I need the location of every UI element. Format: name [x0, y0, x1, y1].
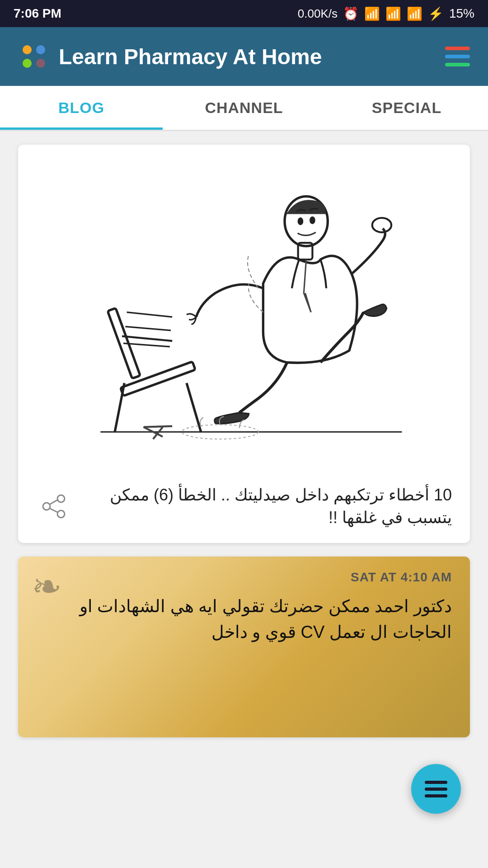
- content-area: 10 أخطاء ترتكبهم داخل صيدليتك .. الخطأ (…: [0, 131, 488, 751]
- svg-point-1: [36, 45, 45, 54]
- app-header: Learn Pharmacy At Home: [0, 27, 488, 86]
- svg-point-14: [298, 217, 304, 225]
- battery-icon: ⚡: [428, 6, 444, 21]
- share-button-1[interactable]: [36, 488, 72, 524]
- signal-icon-2: 📶: [407, 6, 422, 21]
- card-2-image: ❧ SAT AT 4:10 AM دكتور احمد ممكن حضرتك ت…: [18, 557, 470, 737]
- svg-point-22: [57, 495, 65, 502]
- card-1-footer: 10 أخطاء ترتكبهم داخل صيدليتك .. الخطأ (…: [18, 470, 470, 543]
- tab-special-label: SPECIAL: [372, 99, 441, 117]
- svg-point-0: [23, 45, 32, 54]
- card-1-image: [18, 145, 470, 470]
- tab-channel[interactable]: CHANNEL: [163, 86, 325, 130]
- hamburger-menu-button[interactable]: [445, 47, 470, 66]
- hamburger-line-1: [445, 47, 470, 50]
- fab-line-1: [425, 781, 447, 784]
- status-bar: 7:06 PM 0.00K/s ⏰ 📶 📶 📶 ⚡ 15%: [0, 0, 488, 27]
- hamburger-line-3: [445, 63, 470, 66]
- svg-line-9: [122, 336, 172, 341]
- svg-line-25: [50, 500, 57, 504]
- card-2-decoration: ❧: [32, 566, 62, 608]
- app-logo-icon: [18, 41, 50, 72]
- battery-level: 15%: [449, 6, 474, 21]
- status-icons: 0.00K/s ⏰ 📶 📶 📶 ⚡ 15%: [298, 6, 474, 21]
- fab-line-2: [425, 788, 447, 791]
- hamburger-line-2: [445, 55, 470, 58]
- speed-indicator: 0.00K/s: [298, 7, 338, 21]
- svg-point-24: [43, 503, 50, 510]
- svg-rect-5: [121, 362, 196, 396]
- fab-menu-button[interactable]: [411, 764, 461, 814]
- svg-point-2: [23, 59, 32, 68]
- tab-blog[interactable]: BLOG: [0, 86, 163, 130]
- svg-line-11: [125, 326, 171, 330]
- svg-point-23: [57, 510, 65, 518]
- header-left: Learn Pharmacy At Home: [18, 41, 322, 72]
- card-2-timestamp: SAT AT 4:10 AM: [351, 570, 452, 585]
- svg-line-10: [127, 312, 173, 317]
- card-2-text: دكتور احمد ممكن حضرتك تقولي ايه هي الشها…: [36, 594, 452, 645]
- status-time: 7:06 PM: [14, 6, 61, 21]
- tab-special[interactable]: SPECIAL: [325, 86, 488, 130]
- fab-line-3: [425, 794, 447, 797]
- tab-bar: BLOG CHANNEL SPECIAL: [0, 86, 488, 131]
- wifi-icon: 📶: [364, 6, 380, 21]
- svg-point-17: [372, 218, 391, 232]
- svg-point-3: [36, 59, 45, 68]
- app-title: Learn Pharmacy At Home: [59, 44, 322, 69]
- svg-line-8: [187, 383, 201, 432]
- tab-channel-label: CHANNEL: [205, 99, 283, 117]
- svg-point-15: [310, 217, 315, 224]
- blog-card-2: ❧ SAT AT 4:10 AM دكتور احمد ممكن حضرتك ت…: [18, 557, 470, 737]
- svg-line-7: [115, 383, 124, 432]
- tab-blog-label: BLOG: [58, 99, 104, 117]
- signal-icon: 📶: [385, 6, 401, 21]
- svg-line-26: [50, 509, 57, 512]
- blog-card-1: 10 أخطاء ترتكبهم داخل صيدليتك .. الخطأ (…: [18, 145, 470, 543]
- card-1-title: 10 أخطاء ترتكبهم داخل صيدليتك .. الخطأ (…: [72, 484, 452, 529]
- alarm-icon: ⏰: [343, 6, 359, 21]
- fab-icon: [425, 781, 447, 797]
- svg-line-21: [144, 426, 173, 427]
